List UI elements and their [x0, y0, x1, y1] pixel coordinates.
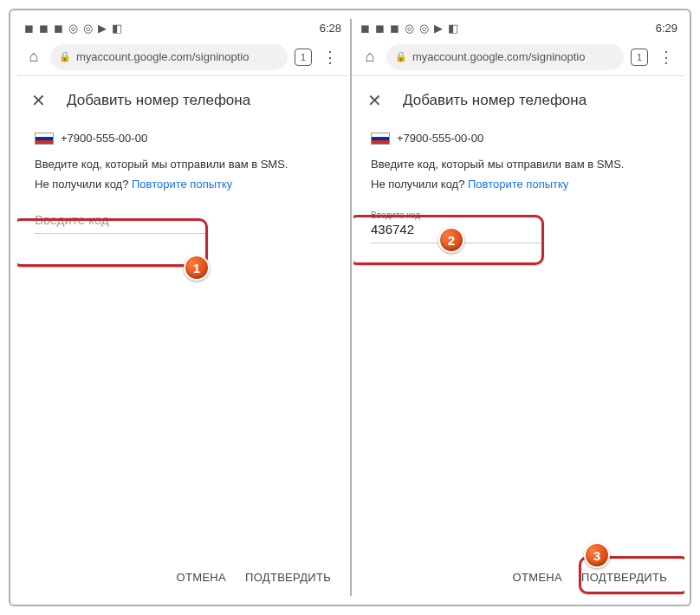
- cancel-button[interactable]: ОТМЕНА: [513, 571, 562, 584]
- page-header: ✕ Добавить номер телефона: [353, 76, 684, 125]
- instagram-icon: ◎: [419, 22, 429, 35]
- play-store-icon: ▶: [98, 22, 107, 35]
- home-icon[interactable]: ⌂: [360, 48, 379, 67]
- instruction-retry: Не получили код? Повторите попытку: [371, 177, 667, 193]
- instagram-icon: ◎: [68, 22, 78, 35]
- tab-count[interactable]: 1: [295, 49, 312, 66]
- play-store-icon: ▶: [434, 22, 443, 35]
- instagram-icon: ◎: [405, 22, 414, 35]
- status-icons: ◼ ◼ ◼ ◎ ◎ ▶ ◧: [360, 22, 458, 35]
- url-text: myaccount.google.com/signinoptio: [412, 50, 585, 63]
- cancel-button[interactable]: ОТМЕНА: [177, 571, 226, 584]
- url-bar[interactable]: 🔒 myaccount.google.com/signinoptio: [386, 44, 624, 70]
- lock-icon: 🔒: [59, 51, 71, 62]
- callout-bubble-3: 3: [584, 542, 610, 568]
- facebook-icon: ◼: [54, 22, 63, 35]
- retry-link[interactable]: Повторите попытку: [132, 178, 232, 191]
- close-icon[interactable]: ✕: [367, 90, 382, 111]
- russia-flag-icon: [371, 133, 390, 145]
- phone-screenshot-left: ◼ ◼ ◼ ◎ ◎ ▶ ◧ 6:28 ⌂ 🔒 myaccount.google.…: [17, 17, 348, 598]
- instagram-icon: ◎: [83, 22, 93, 35]
- code-input-label: Введите код: [371, 210, 544, 220]
- retry-prefix: Не получили код?: [371, 178, 468, 191]
- app-icon: ◧: [448, 22, 458, 35]
- browser-toolbar: ⌂ 🔒 myaccount.google.com/signinoptio 1 ⋮: [353, 38, 684, 76]
- code-input-placeholder: Введите код: [35, 212, 208, 230]
- instruction-text: Введите код, который мы отправили вам в …: [35, 157, 331, 173]
- phone-number-text: +7900-555-00-00: [397, 132, 483, 145]
- facebook-icon: ◼: [39, 22, 49, 35]
- page-header: ✕ Добавить номер телефона: [17, 76, 348, 125]
- russia-flag-icon: [35, 133, 54, 145]
- code-input[interactable]: Введите код 436742: [371, 205, 544, 243]
- instruction-retry: Не получили код? Повторите попытку: [35, 177, 331, 193]
- url-text: myaccount.google.com/signinoptio: [76, 50, 249, 63]
- page-content: +7900-555-00-00 Введите код, который мы …: [17, 125, 348, 598]
- tab-count[interactable]: 1: [631, 49, 648, 66]
- footer-buttons: ОТМЕНА ПОДТВЕРДИТЬ: [513, 571, 667, 584]
- page-title: Добавить номер телефона: [67, 92, 250, 109]
- facebook-icon: ◼: [390, 22, 399, 35]
- home-icon[interactable]: ⌂: [24, 48, 43, 67]
- page-title: Добавить номер телефона: [403, 92, 587, 109]
- confirm-button[interactable]: ПОДТВЕРДИТЬ: [581, 571, 667, 584]
- app-icon: ◧: [112, 22, 122, 35]
- status-icons: ◼ ◼ ◼ ◎ ◎ ▶ ◧: [24, 22, 122, 35]
- retry-link[interactable]: Повторите попытку: [468, 178, 568, 191]
- more-icon[interactable]: ⋮: [655, 48, 677, 67]
- code-input-value: 436742: [371, 222, 544, 239]
- instruction-text: Введите код, который мы отправили вам в …: [371, 157, 667, 173]
- retry-prefix: Не получили код?: [35, 178, 132, 191]
- status-time: 6:28: [320, 22, 341, 35]
- confirm-button[interactable]: ПОДТВЕРДИТЬ: [245, 571, 331, 584]
- phone-screenshot-right: ◼ ◼ ◼ ◎ ◎ ▶ ◧ 6:29 ⌂ 🔒 myaccount.google.…: [353, 17, 684, 598]
- code-input[interactable]: Введите код: [35, 207, 208, 234]
- browser-toolbar: ⌂ 🔒 myaccount.google.com/signinoptio 1 ⋮: [17, 38, 348, 76]
- status-bar: ◼ ◼ ◼ ◎ ◎ ▶ ◧ 6:29: [353, 17, 684, 38]
- phone-number-row: +7900-555-00-00: [35, 132, 331, 145]
- close-icon[interactable]: ✕: [31, 90, 46, 111]
- page-content: +7900-555-00-00 Введите код, который мы …: [353, 125, 684, 598]
- facebook-icon: ◼: [375, 22, 385, 35]
- phone-number-row: +7900-555-00-00: [371, 132, 667, 145]
- footer-buttons: ОТМЕНА ПОДТВЕРДИТЬ: [177, 571, 331, 584]
- phone-number-text: +7900-555-00-00: [61, 132, 147, 145]
- facebook-icon: ◼: [24, 22, 34, 35]
- lock-icon: 🔒: [395, 51, 407, 62]
- status-bar: ◼ ◼ ◼ ◎ ◎ ▶ ◧ 6:28: [17, 17, 348, 38]
- panel-divider: [350, 19, 352, 596]
- callout-bubble-1: 1: [184, 255, 210, 281]
- more-icon[interactable]: ⋮: [319, 48, 341, 67]
- status-time: 6:29: [656, 22, 677, 35]
- url-bar[interactable]: 🔒 myaccount.google.com/signinoptio: [50, 44, 288, 70]
- facebook-icon: ◼: [360, 22, 370, 35]
